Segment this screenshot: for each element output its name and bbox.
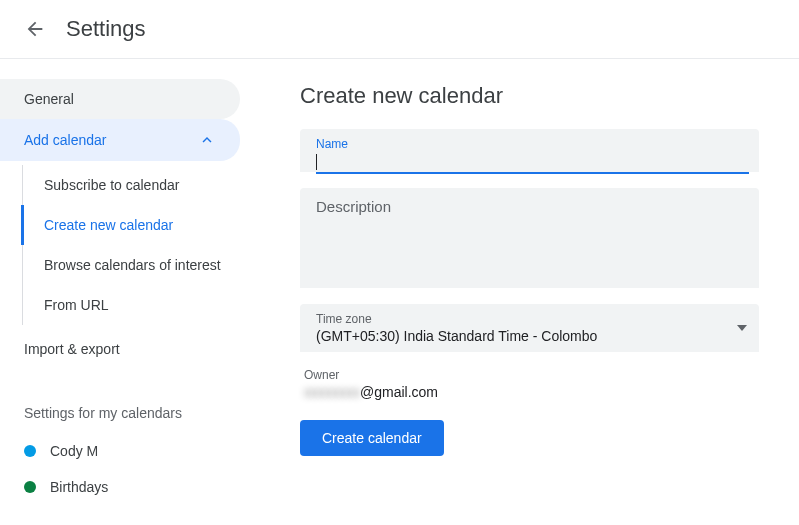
dropdown-arrow-icon xyxy=(737,325,747,331)
owner-domain: @gmail.com xyxy=(360,384,438,400)
sidebar-item-general[interactable]: General xyxy=(0,79,240,119)
calendar-list-item[interactable]: Birthdays xyxy=(0,469,260,505)
chevron-up-icon xyxy=(198,131,216,149)
calendar-color-dot xyxy=(24,481,36,493)
add-calendar-label: Add calendar xyxy=(24,132,107,148)
sidebar-heading-my-calendars: Settings for my calendars xyxy=(0,393,260,433)
sidebar: General Add calendar Subscribe to calend… xyxy=(0,59,260,505)
calendar-label: Birthdays xyxy=(50,479,108,495)
form-title: Create new calendar xyxy=(300,83,759,109)
create-calendar-button[interactable]: Create calendar xyxy=(300,420,444,456)
content-area: General Add calendar Subscribe to calend… xyxy=(0,59,799,505)
owner-block: Owner xxxxxxxx@gmail.com xyxy=(300,368,759,400)
sidebar-subitem-from-url[interactable]: From URL xyxy=(21,285,260,325)
owner-value: xxxxxxxx@gmail.com xyxy=(304,384,759,400)
timezone-field[interactable]: Time zone (GMT+05:30) India Standard Tim… xyxy=(300,304,759,352)
owner-masked: xxxxxxxx xyxy=(304,384,360,400)
sidebar-subitem-subscribe[interactable]: Subscribe to calendar xyxy=(21,165,260,205)
timezone-label: Time zone xyxy=(316,312,597,326)
timezone-text: Time zone (GMT+05:30) India Standard Tim… xyxy=(316,312,597,344)
settings-header: Settings xyxy=(0,0,799,59)
calendar-label: Cody M xyxy=(50,443,98,459)
name-underline xyxy=(316,172,749,174)
name-label: Name xyxy=(316,137,743,151)
add-calendar-submenu: Subscribe to calendar Create new calenda… xyxy=(22,165,260,325)
timezone-value: (GMT+05:30) India Standard Time - Colomb… xyxy=(316,328,597,344)
page-title: Settings xyxy=(66,16,146,42)
description-field[interactable]: Description xyxy=(300,188,759,288)
name-field[interactable]: Name xyxy=(300,129,759,172)
owner-label: Owner xyxy=(304,368,759,382)
calendar-list-item[interactable]: Cody M xyxy=(0,433,260,469)
description-label: Description xyxy=(316,198,743,215)
name-input[interactable] xyxy=(317,153,743,170)
calendar-color-dot xyxy=(24,445,36,457)
sidebar-item-add-calendar[interactable]: Add calendar xyxy=(0,119,240,161)
back-arrow-icon[interactable] xyxy=(20,14,50,44)
sidebar-subitem-create-new[interactable]: Create new calendar xyxy=(21,205,260,245)
sidebar-item-import-export[interactable]: Import & export xyxy=(0,329,260,369)
sidebar-subitem-browse[interactable]: Browse calendars of interest xyxy=(21,245,260,285)
main-panel: Create new calendar Name Description Tim… xyxy=(260,59,799,505)
